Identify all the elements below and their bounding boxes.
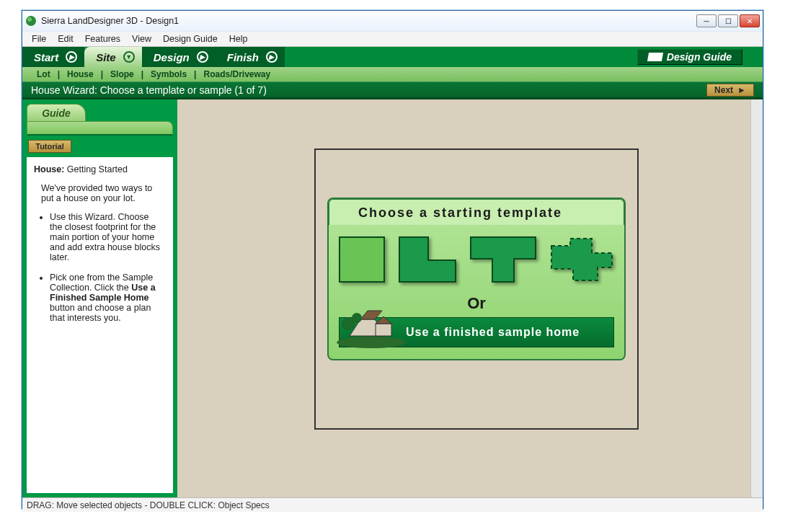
guide-tab-body — [27, 121, 173, 136]
tutorial-button[interactable]: Tutorial — [28, 140, 71, 153]
tab-design[interactable]: Design ▶ — [142, 47, 216, 67]
tab-design-label: Design — [154, 51, 190, 63]
app-icon — [25, 15, 37, 27]
svg-point-3 — [337, 337, 406, 348]
template-header: Choose a starting template — [329, 199, 624, 225]
tab-start-label: Start — [34, 51, 58, 63]
guide-tab[interactable]: Guide — [27, 104, 86, 121]
vertical-scrollbar[interactable] — [750, 99, 763, 497]
sample-home-button[interactable]: Use a finished sample home — [339, 317, 614, 347]
window-title: Sierra LandDesigner 3D - Design1 — [41, 16, 696, 26]
canvas[interactable]: Choose a starting template Or — [177, 99, 763, 497]
window-controls: ─ ☐ ✕ — [696, 14, 760, 27]
nav-tabs: Start ▶ Site ▼ Design ▶ Finish ▶ Design … — [22, 47, 763, 67]
menubar: File Edit Features View Design Guide Hel… — [22, 31, 763, 47]
svg-rect-2 — [340, 237, 384, 282]
arrow-right-icon: ► — [737, 85, 746, 95]
tab-site[interactable]: Site ▼ — [84, 47, 142, 67]
play-icon: ▶ — [66, 51, 77, 63]
template-panel: Choose a starting template Or — [327, 198, 626, 360]
shape-l[interactable] — [399, 236, 457, 284]
status-bar: DRAG: Move selected objects - DOUBLE CLI… — [22, 497, 763, 512]
subtab-lot[interactable]: Lot — [30, 69, 58, 79]
maximize-button[interactable]: ☐ — [718, 14, 738, 27]
tab-start[interactable]: Start ▶ — [22, 47, 84, 67]
subtab-symbols[interactable]: Symbols — [143, 69, 194, 79]
guide-panel: House: Getting Started We've provided tw… — [27, 157, 173, 493]
wizard-bar: House Wizard: Choose a template or sampl… — [22, 81, 763, 99]
guide-bullet-1: Use this Wizard. Choose the closest foot… — [50, 212, 166, 262]
app-window: Sierra LandDesigner 3D - Design1 ─ ☐ ✕ F… — [22, 10, 763, 509]
sub-nav: Lot| House| Slope| Symbols| Roads/Drivew… — [22, 67, 763, 81]
tab-finish[interactable]: Finish ▶ — [216, 47, 285, 67]
svg-marker-5 — [360, 311, 382, 319]
subtab-roads[interactable]: Roads/Driveway — [196, 69, 278, 79]
tab-site-label: Site — [96, 51, 116, 63]
status-text: DRAG: Move selected objects - DOUBLE CLI… — [27, 500, 270, 510]
minimize-button[interactable]: ─ — [696, 14, 717, 27]
shape-t[interactable] — [470, 236, 537, 284]
shape-square[interactable] — [339, 236, 386, 284]
menu-file[interactable]: File — [27, 32, 51, 45]
wizard-title: House Wizard: Choose a template or sampl… — [31, 84, 706, 96]
menu-features[interactable]: Features — [80, 32, 125, 45]
menu-view[interactable]: View — [127, 32, 156, 45]
guide-intro: We've provided two ways to put a house o… — [41, 183, 166, 203]
svg-point-9 — [352, 313, 362, 323]
svg-marker-7 — [376, 316, 391, 324]
menu-design-guide[interactable]: Design Guide — [158, 32, 223, 45]
work-area: Guide Tutorial House: Getting Started We… — [22, 99, 763, 497]
subtab-house[interactable]: House — [60, 69, 101, 79]
guide-bullet-2: Pick one from the Sample Collection. Cli… — [50, 272, 166, 323]
menu-help[interactable]: Help — [224, 32, 253, 45]
svg-rect-6 — [376, 324, 391, 336]
book-icon — [647, 53, 663, 61]
next-button[interactable]: Next ► — [706, 84, 754, 97]
menu-edit[interactable]: Edit — [53, 32, 79, 45]
tab-finish-label: Finish — [227, 51, 259, 63]
guide-heading: House: Getting Started — [34, 164, 166, 174]
design-guide-button[interactable]: Design Guide — [637, 49, 742, 65]
shape-custom[interactable] — [550, 237, 614, 283]
play-icon: ▶ — [197, 51, 208, 63]
template-frame: Choose a starting template Or — [314, 148, 639, 430]
play-icon: ▶ — [266, 51, 278, 63]
sidebar: Guide Tutorial House: Getting Started We… — [22, 99, 177, 497]
house-illustration-icon — [335, 303, 407, 348]
dropdown-icon: ▼ — [123, 51, 135, 63]
subtab-slope[interactable]: Slope — [103, 69, 141, 79]
template-shapes — [339, 232, 614, 291]
titlebar: Sierra LandDesigner 3D - Design1 ─ ☐ ✕ — [22, 11, 763, 31]
close-button[interactable]: ✕ — [740, 14, 760, 27]
svg-point-1 — [27, 17, 32, 22]
sample-home-label: Use a finished sample home — [406, 326, 580, 339]
next-button-label: Next — [714, 85, 733, 95]
design-guide-label: Design Guide — [667, 51, 732, 63]
